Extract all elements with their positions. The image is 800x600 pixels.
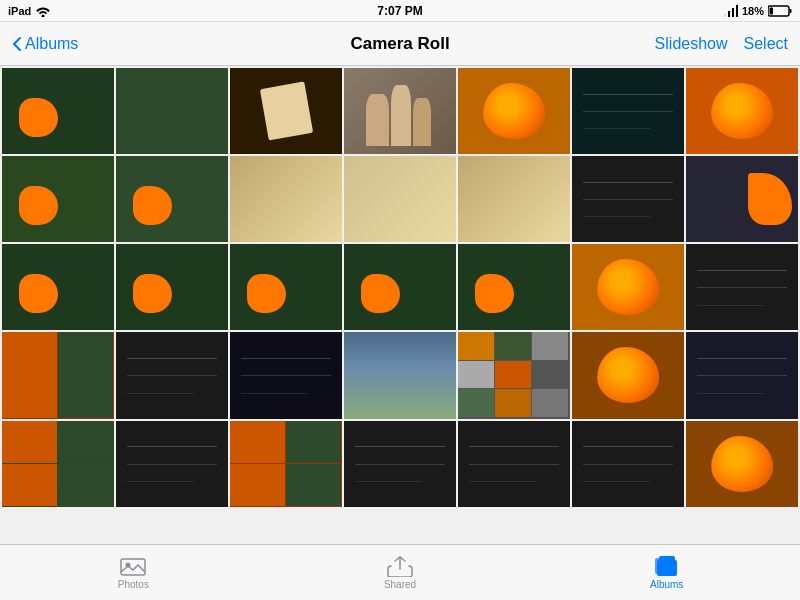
photo-thumbnail[interactable]	[230, 332, 342, 418]
photo-thumbnail[interactable]	[230, 68, 342, 154]
tab-albums[interactable]: Albums	[533, 549, 800, 596]
tab-photos[interactable]: Photos	[0, 549, 267, 596]
photo-thumbnail[interactable]	[344, 244, 456, 330]
photo-thumbnail[interactable]	[686, 68, 798, 154]
status-bar: iPad 7:07 PM 18%	[0, 0, 800, 22]
photo-thumbnail[interactable]	[686, 244, 798, 330]
slideshow-button[interactable]: Slideshow	[655, 35, 728, 53]
svg-marker-1	[732, 8, 734, 17]
shared-icon	[386, 555, 414, 577]
battery-label: 18%	[742, 5, 764, 17]
photo-thumbnail[interactable]	[572, 421, 684, 507]
photo-thumbnail[interactable]	[2, 156, 114, 242]
photo-thumbnail[interactable]	[686, 156, 798, 242]
svg-marker-3	[724, 14, 726, 17]
photo-thumbnail[interactable]	[344, 332, 456, 418]
grid-container	[2, 68, 798, 507]
photo-thumbnail[interactable]	[116, 332, 228, 418]
status-time: 7:07 PM	[377, 4, 422, 18]
svg-marker-2	[728, 11, 730, 17]
photo-thumbnail[interactable]	[344, 156, 456, 242]
photo-grid	[0, 66, 800, 544]
shared-tab-label: Shared	[384, 579, 416, 590]
photo-thumbnail[interactable]	[230, 156, 342, 242]
albums-tab-label: Albums	[650, 579, 683, 590]
photo-thumbnail[interactable]	[116, 156, 228, 242]
photo-thumbnail[interactable]	[686, 332, 798, 418]
photo-thumbnail[interactable]	[2, 244, 114, 330]
photo-thumbnail[interactable]	[116, 421, 228, 507]
svg-marker-0	[736, 5, 738, 17]
albums-svg	[654, 555, 680, 577]
svg-rect-6	[770, 7, 774, 14]
battery-icon	[768, 5, 792, 17]
select-button[interactable]: Select	[744, 35, 788, 53]
photo-thumbnail[interactable]	[2, 421, 114, 507]
status-right: 18%	[722, 5, 792, 17]
photo-thumbnail[interactable]	[230, 421, 342, 507]
photo-thumbnail[interactable]	[458, 156, 570, 242]
photo-thumbnail[interactable]	[458, 244, 570, 330]
tab-bar: Photos Shared Albums	[0, 544, 800, 600]
photo-thumbnail[interactable]	[686, 421, 798, 507]
signal-icon	[722, 5, 738, 17]
photo-thumbnail[interactable]	[458, 332, 570, 418]
photos-icon	[119, 555, 147, 577]
photo-thumbnail[interactable]	[230, 244, 342, 330]
photos-svg	[120, 556, 146, 576]
photos-tab-label: Photos	[118, 579, 149, 590]
nav-actions: Slideshow Select	[655, 35, 788, 53]
photo-thumbnail[interactable]	[572, 332, 684, 418]
albums-icon	[653, 555, 681, 577]
tab-shared[interactable]: Shared	[267, 549, 534, 596]
svg-rect-11	[659, 556, 675, 574]
nav-bar: Albums Camera Roll Slideshow Select	[0, 22, 800, 66]
wifi-icon	[35, 5, 51, 17]
photo-thumbnail[interactable]	[2, 68, 114, 154]
status-left: iPad	[8, 5, 51, 17]
svg-rect-5	[790, 9, 792, 13]
photo-thumbnail[interactable]	[572, 156, 684, 242]
photo-thumbnail[interactable]	[458, 421, 570, 507]
page-title: Camera Roll	[350, 34, 449, 54]
photo-thumbnail[interactable]	[116, 68, 228, 154]
shared-svg	[387, 555, 413, 577]
photo-thumbnail[interactable]	[344, 421, 456, 507]
photo-thumbnail[interactable]	[2, 332, 114, 418]
photo-thumbnail[interactable]	[458, 68, 570, 154]
back-label: Albums	[25, 35, 78, 53]
photo-thumbnail[interactable]	[344, 68, 456, 154]
svg-rect-7	[121, 559, 145, 575]
back-chevron-icon	[12, 36, 22, 52]
photo-thumbnail[interactable]	[572, 68, 684, 154]
carrier-label: iPad	[8, 5, 31, 17]
photo-thumbnail[interactable]	[572, 244, 684, 330]
back-button[interactable]: Albums	[12, 35, 78, 53]
photo-thumbnail[interactable]	[116, 244, 228, 330]
